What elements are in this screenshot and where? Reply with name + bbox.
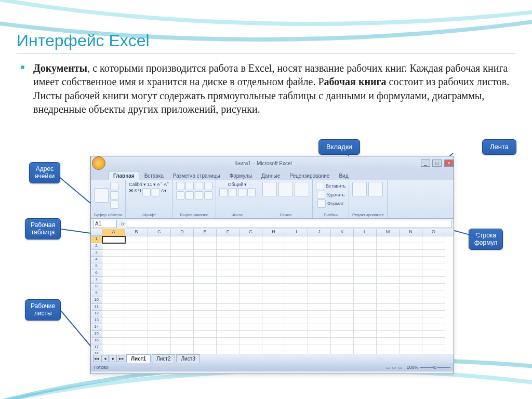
cell[interactable] (354, 311, 377, 317)
column-header[interactable]: K (331, 229, 354, 236)
cell[interactable] (125, 243, 148, 250)
cell[interactable] (422, 317, 445, 324)
cell[interactable] (308, 344, 331, 351)
cell[interactable] (262, 324, 285, 331)
cell[interactable] (400, 304, 422, 311)
cell[interactable] (217, 236, 240, 243)
ribbon-tab-1[interactable]: Вставка (140, 171, 168, 180)
cell[interactable] (194, 236, 217, 243)
cell[interactable] (148, 311, 171, 317)
cell[interactable] (285, 331, 308, 338)
cell[interactable] (262, 344, 285, 351)
cell[interactable] (194, 270, 217, 277)
cell[interactable] (377, 284, 400, 290)
cell[interactable] (102, 250, 125, 257)
cell[interactable] (217, 263, 240, 270)
cell[interactable] (422, 311, 445, 317)
close-button[interactable]: × (444, 159, 454, 167)
cell[interactable] (102, 290, 125, 297)
row-header[interactable]: 3 (91, 250, 102, 257)
cell[interactable] (354, 263, 377, 270)
cell[interactable] (422, 297, 445, 304)
cell[interactable] (308, 338, 331, 344)
cell[interactable] (194, 338, 217, 344)
cell[interactable] (331, 250, 354, 257)
cell[interactable] (422, 324, 445, 331)
cell[interactable] (217, 317, 240, 324)
cell[interactable] (377, 263, 400, 270)
cell[interactable] (400, 250, 422, 257)
column-header[interactable]: G (240, 229, 262, 236)
cell[interactable] (377, 243, 400, 250)
cell[interactable] (125, 331, 148, 338)
sheet-nav-button[interactable]: ▸▸ (118, 355, 125, 362)
sheet-tab[interactable]: Лист1 (126, 354, 151, 363)
cell[interactable] (171, 277, 194, 284)
cell[interactable] (240, 351, 262, 354)
cell[interactable] (125, 317, 148, 324)
cell[interactable] (285, 351, 308, 354)
cell[interactable] (102, 324, 125, 331)
cell[interactable] (308, 324, 331, 331)
cell[interactable] (400, 297, 422, 304)
cell[interactable] (308, 257, 331, 263)
cell[interactable] (217, 270, 240, 277)
cell[interactable] (194, 243, 217, 250)
cell[interactable] (148, 331, 171, 338)
cell[interactable] (400, 263, 422, 270)
cell[interactable] (400, 317, 422, 324)
cell[interactable] (400, 290, 422, 297)
cell[interactable] (171, 324, 194, 331)
cell[interactable] (262, 331, 285, 338)
cell[interactable] (217, 257, 240, 263)
cell[interactable] (125, 290, 148, 297)
cell[interactable] (422, 344, 445, 351)
cell[interactable] (217, 284, 240, 290)
cell[interactable] (240, 270, 262, 277)
cell[interactable] (400, 324, 422, 331)
cell[interactable] (171, 304, 194, 311)
cell[interactable] (102, 331, 125, 338)
cell[interactable] (240, 331, 262, 338)
cell[interactable] (331, 304, 354, 311)
cell[interactable] (171, 311, 194, 317)
cell[interactable] (102, 351, 125, 354)
sheet-tab[interactable]: Лист2 (152, 354, 175, 363)
cell[interactable] (331, 263, 354, 270)
cell[interactable] (240, 284, 262, 290)
cell[interactable] (262, 243, 285, 250)
row-header[interactable]: 4 (91, 257, 102, 263)
cell[interactable] (308, 284, 331, 290)
cell[interactable] (125, 257, 148, 263)
fx-icon[interactable]: fx (121, 221, 125, 227)
cell[interactable] (171, 297, 194, 304)
cell[interactable] (125, 277, 148, 284)
cell[interactable] (422, 236, 445, 243)
cell[interactable] (171, 284, 194, 290)
sheet-nav-button[interactable]: ▸ (110, 355, 117, 362)
cell[interactable] (240, 250, 262, 257)
cell[interactable] (354, 250, 377, 257)
column-header[interactable]: B (125, 229, 148, 236)
cell[interactable] (377, 236, 400, 243)
cell[interactable] (331, 236, 354, 243)
cell[interactable] (285, 297, 308, 304)
cell[interactable] (125, 311, 148, 317)
cell[interactable] (148, 344, 171, 351)
cell[interactable] (377, 344, 400, 351)
spreadsheet-grid[interactable]: ABCDEFGHIJKLMNO 123456789101112131415161… (91, 229, 454, 354)
row-header[interactable]: 15 (91, 331, 102, 338)
cell[interactable] (217, 290, 240, 297)
cell[interactable] (400, 270, 422, 277)
cell[interactable] (377, 290, 400, 297)
cell[interactable] (194, 297, 217, 304)
cell[interactable] (331, 324, 354, 331)
cell[interactable] (354, 243, 377, 250)
name-box[interactable]: A1 (93, 220, 117, 228)
cell[interactable] (148, 277, 171, 284)
cell[interactable] (400, 331, 422, 338)
cell[interactable] (102, 311, 125, 317)
cell[interactable] (308, 250, 331, 257)
column-header[interactable]: L (354, 229, 377, 236)
cell[interactable] (377, 250, 400, 257)
